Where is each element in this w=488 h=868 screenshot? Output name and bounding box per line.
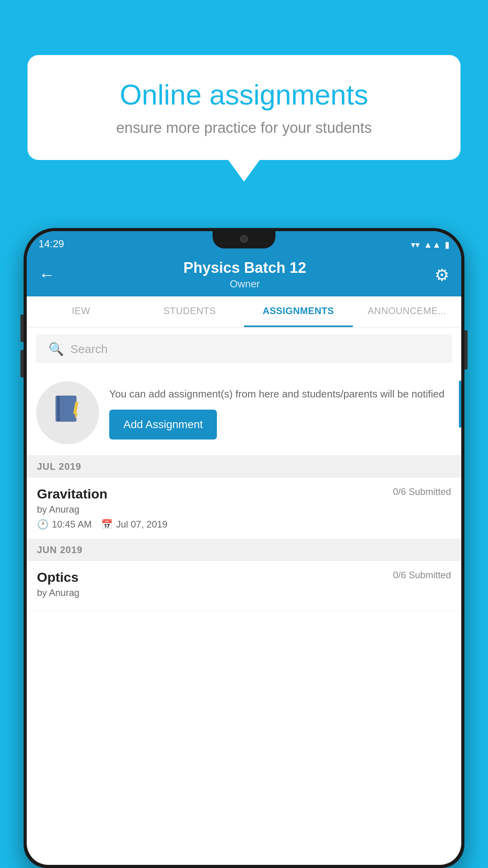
assignment-title-optics: Optics bbox=[37, 570, 79, 585]
signal-icon: ▲▲ bbox=[424, 240, 441, 250]
search-placeholder: Search bbox=[70, 342, 108, 356]
wifi-icon: ▾▾ bbox=[411, 240, 420, 250]
assignment-author-gravitation: by Anurag bbox=[37, 504, 451, 515]
settings-icon[interactable]: ⚙ bbox=[435, 265, 449, 285]
add-assignment-button[interactable]: Add Assignment bbox=[109, 410, 217, 440]
assignment-row-top-optics: Optics 0/6 Submitted bbox=[37, 570, 451, 585]
tabs-container: IEW STUDENTS ASSIGNMENTS ANNOUNCEME... bbox=[27, 296, 461, 328]
notebook-icon bbox=[52, 394, 83, 432]
scroll-indicator bbox=[459, 381, 461, 428]
assignment-date-value: Jul 07, 2019 bbox=[116, 519, 167, 530]
assignment-author-optics: by Anurag bbox=[37, 587, 451, 598]
phone-side-button-volume-up bbox=[20, 314, 24, 342]
phone-camera bbox=[240, 235, 248, 243]
section-month-jul: JUL 2019 bbox=[37, 461, 81, 472]
phone-side-button-power bbox=[464, 330, 468, 370]
assignment-date-gravitation: 📅 Jul 07, 2019 bbox=[101, 519, 167, 530]
tab-iew[interactable]: IEW bbox=[27, 296, 136, 327]
search-icon: 🔍 bbox=[48, 342, 64, 357]
promo-description: You can add assignment(s) from here and … bbox=[109, 386, 452, 402]
status-time: 14:29 bbox=[39, 238, 64, 250]
status-icons: ▾▾ ▲▲ ▮ bbox=[411, 240, 449, 250]
app-bar-title-container: Physics Batch 12 Owner bbox=[55, 259, 435, 290]
tab-assignments[interactable]: ASSIGNMENTS bbox=[244, 296, 353, 327]
calendar-icon: 📅 bbox=[101, 519, 113, 530]
assignment-time-gravitation: 🕐 10:45 AM bbox=[37, 519, 92, 530]
assignment-submitted-gravitation: 0/6 Submitted bbox=[393, 486, 451, 497]
phone-frame: 14:29 ▾▾ ▲▲ ▮ ← Physics Batch 12 Owner ⚙… bbox=[24, 228, 464, 868]
section-month-jun: JUN 2019 bbox=[37, 544, 83, 555]
promo-icon-circle bbox=[36, 381, 99, 444]
assignment-submitted-optics: 0/6 Submitted bbox=[393, 570, 451, 581]
tab-students[interactable]: STUDENTS bbox=[136, 296, 244, 327]
app-bar-title: Physics Batch 12 bbox=[55, 259, 435, 276]
speech-bubble-container: Online assignments ensure more practice … bbox=[28, 55, 460, 182]
back-button[interactable]: ← bbox=[39, 265, 55, 284]
speech-bubble-subtitle: ensure more practice for your students bbox=[55, 120, 433, 136]
assignment-item-optics[interactable]: Optics 0/6 Submitted by Anurag bbox=[27, 561, 461, 611]
assignment-item-gravitation[interactable]: Gravitation 0/6 Submitted by Anurag 🕐 10… bbox=[27, 478, 461, 539]
speech-bubble-title: Online assignments bbox=[55, 79, 433, 111]
battery-icon: ▮ bbox=[445, 240, 449, 250]
tab-announcements[interactable]: ANNOUNCEME... bbox=[353, 296, 462, 327]
svg-rect-1 bbox=[57, 396, 60, 421]
search-bar[interactable]: 🔍 Search bbox=[36, 335, 452, 363]
promo-content: You can add assignment(s) from here and … bbox=[109, 386, 452, 440]
phone-side-button-volume-down bbox=[20, 350, 24, 377]
app-bar-subtitle: Owner bbox=[55, 278, 435, 290]
search-container: 🔍 Search bbox=[27, 328, 461, 370]
assignment-meta-gravitation: 🕐 10:45 AM 📅 Jul 07, 2019 bbox=[37, 519, 451, 530]
speech-bubble-tail bbox=[228, 160, 260, 182]
assignment-title-gravitation: Gravitation bbox=[37, 486, 107, 502]
assignment-row-top: Gravitation 0/6 Submitted bbox=[37, 486, 451, 502]
assignment-time-value: 10:45 AM bbox=[52, 519, 92, 530]
assignment-promo: You can add assignment(s) from here and … bbox=[27, 370, 461, 456]
section-divider-jul: JUL 2019 bbox=[27, 456, 461, 478]
clock-icon: 🕐 bbox=[37, 519, 49, 530]
section-divider-jun: JUN 2019 bbox=[27, 539, 461, 561]
phone-notch bbox=[213, 231, 275, 248]
phone-screen: 14:29 ▾▾ ▲▲ ▮ ← Physics Batch 12 Owner ⚙… bbox=[27, 231, 461, 865]
speech-bubble: Online assignments ensure more practice … bbox=[28, 55, 460, 160]
app-bar: ← Physics Batch 12 Owner ⚙ bbox=[27, 253, 461, 296]
